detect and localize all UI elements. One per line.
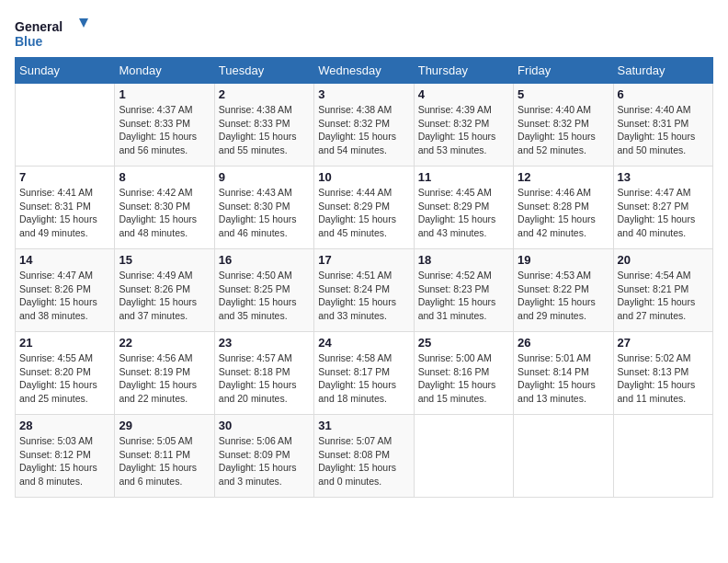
day-number: 5: [518, 87, 609, 101]
day-number: 9: [219, 170, 310, 184]
calendar-day-9: 9Sunrise: 4:43 AM Sunset: 8:30 PM Daylig…: [214, 167, 313, 249]
calendar-day-19: 19Sunrise: 4:53 AM Sunset: 8:22 PM Dayli…: [514, 249, 613, 332]
calendar-day-31: 31Sunrise: 5:07 AM Sunset: 8:08 PM Dayli…: [314, 415, 414, 498]
calendar-day-12: 12Sunrise: 4:46 AM Sunset: 8:28 PM Dayli…: [514, 167, 613, 249]
day-number: 6: [618, 87, 709, 101]
header-day-sunday: Sunday: [16, 58, 115, 84]
header-day-saturday: Saturday: [613, 58, 712, 84]
calendar-empty-cell: [514, 415, 613, 498]
day-info: Sunrise: 4:40 AM Sunset: 8:31 PM Dayligh…: [618, 103, 709, 157]
day-info: Sunrise: 5:05 AM Sunset: 8:11 PM Dayligh…: [119, 434, 210, 488]
day-number: 26: [518, 336, 609, 350]
day-info: Sunrise: 4:52 AM Sunset: 8:23 PM Dayligh…: [418, 269, 509, 323]
header-day-tuesday: Tuesday: [214, 58, 313, 84]
day-number: 18: [418, 253, 509, 267]
calendar-day-24: 24Sunrise: 4:58 AM Sunset: 8:17 PM Dayli…: [314, 332, 414, 415]
calendar-day-8: 8Sunrise: 4:42 AM Sunset: 8:30 PM Daylig…: [115, 167, 214, 249]
day-info: Sunrise: 4:57 AM Sunset: 8:18 PM Dayligh…: [219, 351, 310, 406]
day-info: Sunrise: 4:55 AM Sunset: 8:20 PM Dayligh…: [19, 351, 110, 406]
day-number: 20: [618, 253, 709, 267]
calendar-day-30: 30Sunrise: 5:06 AM Sunset: 8:09 PM Dayli…: [214, 415, 313, 498]
calendar-day-27: 27Sunrise: 5:02 AM Sunset: 8:13 PM Dayli…: [613, 332, 712, 415]
day-number: 7: [19, 170, 110, 184]
calendar-day-29: 29Sunrise: 5:05 AM Sunset: 8:11 PM Dayli…: [115, 415, 214, 498]
day-number: 16: [219, 253, 310, 267]
calendar-day-18: 18Sunrise: 4:52 AM Sunset: 8:23 PM Dayli…: [414, 249, 513, 332]
calendar-day-28: 28Sunrise: 5:03 AM Sunset: 8:12 PM Dayli…: [16, 415, 115, 498]
calendar-day-21: 21Sunrise: 4:55 AM Sunset: 8:20 PM Dayli…: [16, 332, 115, 415]
svg-text:Blue: Blue: [15, 34, 43, 49]
logo-svg: General Blue: [15, 15, 88, 53]
calendar-empty-cell: [613, 415, 712, 498]
calendar-day-3: 3Sunrise: 4:38 AM Sunset: 8:32 PM Daylig…: [314, 84, 414, 167]
svg-text:General: General: [15, 19, 63, 34]
day-number: 1: [119, 87, 210, 101]
day-info: Sunrise: 4:47 AM Sunset: 8:26 PM Dayligh…: [19, 269, 110, 323]
day-number: 25: [418, 336, 509, 350]
calendar-day-23: 23Sunrise: 4:57 AM Sunset: 8:18 PM Dayli…: [214, 332, 313, 415]
calendar-day-1: 1Sunrise: 4:37 AM Sunset: 8:33 PM Daylig…: [115, 84, 214, 167]
day-info: Sunrise: 4:43 AM Sunset: 8:30 PM Dayligh…: [219, 186, 310, 240]
day-number: 10: [318, 170, 409, 184]
header-day-friday: Friday: [514, 58, 613, 84]
day-number: 4: [418, 87, 509, 101]
calendar-day-11: 11Sunrise: 4:45 AM Sunset: 8:29 PM Dayli…: [414, 167, 513, 249]
calendar-empty-cell: [16, 84, 115, 167]
day-info: Sunrise: 4:37 AM Sunset: 8:33 PM Dayligh…: [119, 103, 210, 157]
day-number: 22: [119, 336, 210, 350]
day-number: 21: [19, 336, 110, 350]
calendar-week-row: 14Sunrise: 4:47 AM Sunset: 8:26 PM Dayli…: [16, 249, 713, 332]
day-number: 29: [119, 419, 210, 432]
calendar-week-row: 21Sunrise: 4:55 AM Sunset: 8:20 PM Dayli…: [16, 332, 713, 415]
day-info: Sunrise: 4:50 AM Sunset: 8:25 PM Dayligh…: [219, 269, 310, 323]
day-number: 15: [119, 253, 210, 267]
day-info: Sunrise: 4:38 AM Sunset: 8:33 PM Dayligh…: [219, 103, 310, 157]
svg-marker-2: [79, 18, 88, 28]
calendar-day-17: 17Sunrise: 4:51 AM Sunset: 8:24 PM Dayli…: [314, 249, 414, 332]
calendar-day-22: 22Sunrise: 4:56 AM Sunset: 8:19 PM Dayli…: [115, 332, 214, 415]
day-number: 11: [418, 170, 509, 184]
page-header: General Blue: [15, 15, 713, 53]
calendar-day-6: 6Sunrise: 4:40 AM Sunset: 8:31 PM Daylig…: [613, 84, 712, 167]
header-day-monday: Monday: [115, 58, 214, 84]
day-number: 30: [219, 419, 310, 432]
day-number: 24: [318, 336, 409, 350]
calendar-day-13: 13Sunrise: 4:47 AM Sunset: 8:27 PM Dayli…: [613, 167, 712, 249]
day-info: Sunrise: 4:41 AM Sunset: 8:31 PM Dayligh…: [19, 186, 110, 240]
day-info: Sunrise: 5:02 AM Sunset: 8:13 PM Dayligh…: [618, 351, 709, 406]
day-info: Sunrise: 5:01 AM Sunset: 8:14 PM Dayligh…: [518, 351, 609, 406]
day-info: Sunrise: 4:38 AM Sunset: 8:32 PM Dayligh…: [318, 103, 409, 157]
day-number: 13: [618, 170, 709, 184]
calendar-day-4: 4Sunrise: 4:39 AM Sunset: 8:32 PM Daylig…: [414, 84, 513, 167]
calendar-day-26: 26Sunrise: 5:01 AM Sunset: 8:14 PM Dayli…: [514, 332, 613, 415]
day-number: 28: [19, 419, 110, 432]
calendar-day-25: 25Sunrise: 5:00 AM Sunset: 8:16 PM Dayli…: [414, 332, 513, 415]
calendar-day-10: 10Sunrise: 4:44 AM Sunset: 8:29 PM Dayli…: [314, 167, 414, 249]
calendar-week-row: 7Sunrise: 4:41 AM Sunset: 8:31 PM Daylig…: [16, 167, 713, 249]
day-number: 27: [618, 336, 709, 350]
day-number: 17: [318, 253, 409, 267]
calendar-day-16: 16Sunrise: 4:50 AM Sunset: 8:25 PM Dayli…: [214, 249, 313, 332]
day-number: 19: [518, 253, 609, 267]
day-number: 8: [119, 170, 210, 184]
day-info: Sunrise: 4:56 AM Sunset: 8:19 PM Dayligh…: [119, 351, 210, 406]
day-info: Sunrise: 4:49 AM Sunset: 8:26 PM Dayligh…: [119, 269, 210, 323]
day-info: Sunrise: 5:00 AM Sunset: 8:16 PM Dayligh…: [418, 351, 509, 406]
day-info: Sunrise: 4:39 AM Sunset: 8:32 PM Dayligh…: [418, 103, 509, 157]
logo: General Blue: [15, 15, 88, 53]
day-number: 3: [318, 87, 409, 101]
day-info: Sunrise: 5:03 AM Sunset: 8:12 PM Dayligh…: [19, 434, 110, 488]
day-number: 23: [219, 336, 310, 350]
day-info: Sunrise: 4:58 AM Sunset: 8:17 PM Dayligh…: [318, 351, 409, 406]
day-number: 31: [318, 419, 409, 432]
calendar-day-5: 5Sunrise: 4:40 AM Sunset: 8:32 PM Daylig…: [514, 84, 613, 167]
day-info: Sunrise: 4:45 AM Sunset: 8:29 PM Dayligh…: [418, 186, 509, 240]
day-info: Sunrise: 4:51 AM Sunset: 8:24 PM Dayligh…: [318, 269, 409, 323]
day-info: Sunrise: 4:47 AM Sunset: 8:27 PM Dayligh…: [618, 186, 709, 240]
day-info: Sunrise: 4:44 AM Sunset: 8:29 PM Dayligh…: [318, 186, 409, 240]
calendar-week-row: 28Sunrise: 5:03 AM Sunset: 8:12 PM Dayli…: [16, 415, 713, 498]
header-day-thursday: Thursday: [414, 58, 513, 84]
calendar-table: SundayMondayTuesdayWednesdayThursdayFrid…: [15, 57, 713, 498]
calendar-empty-cell: [414, 415, 513, 498]
day-number: 14: [19, 253, 110, 267]
